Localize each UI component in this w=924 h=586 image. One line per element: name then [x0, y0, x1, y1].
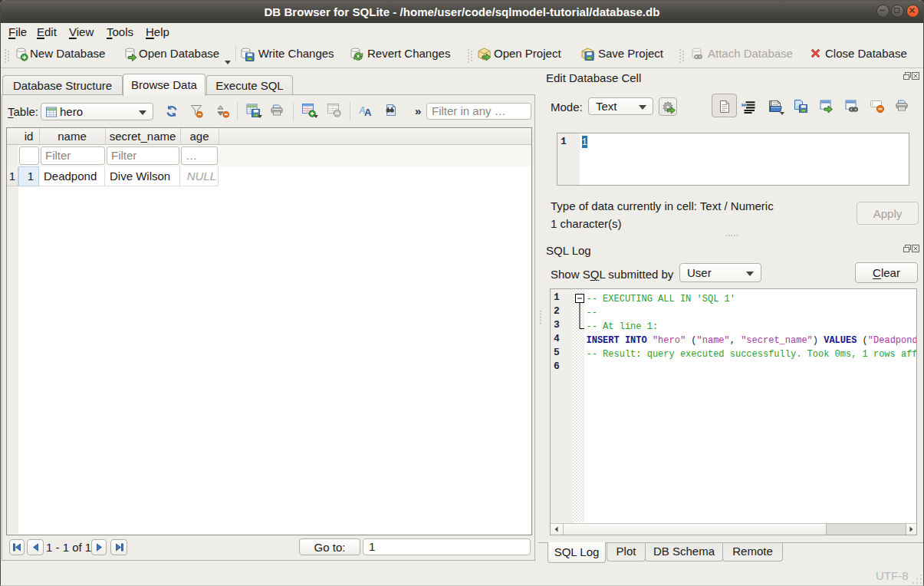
svg-text:A: A: [364, 107, 372, 117]
